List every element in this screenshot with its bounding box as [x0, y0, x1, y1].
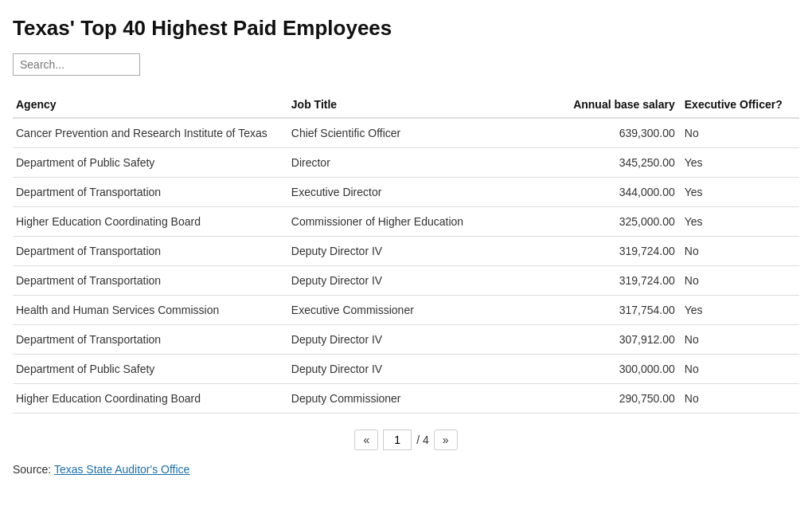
table-row: Department of Public SafetyDirector345,2…	[13, 148, 799, 178]
search-input[interactable]	[13, 53, 140, 76]
cell-job-title: Executive Director	[288, 178, 524, 207]
table-row: Cancer Prevention and Research Institute…	[13, 118, 799, 148]
cell-agency: Higher Education Coordinating Board	[13, 207, 288, 237]
cell-executive: No	[681, 237, 799, 266]
cell-job-title: Deputy Commissioner	[288, 384, 524, 414]
cell-salary: 319,724.00	[524, 237, 681, 266]
next-page-button[interactable]: »	[434, 430, 458, 450]
page-title: Texas' Top 40 Highest Paid Employees	[13, 16, 799, 41]
cell-job-title: Executive Commissioner	[288, 296, 524, 325]
cell-agency: Department of Transportation	[13, 178, 288, 207]
cell-executive: No	[681, 118, 799, 148]
data-table: Agency Job Title Annual base salary Exec…	[13, 92, 799, 414]
table-header: Agency Job Title Annual base salary Exec…	[13, 92, 799, 118]
table-row: Health and Human Services CommissionExec…	[13, 296, 799, 325]
table-row: Department of TransportationExecutive Di…	[13, 178, 799, 207]
cell-salary: 319,724.00	[524, 266, 681, 296]
cell-executive: No	[681, 355, 799, 384]
search-container	[13, 53, 799, 76]
table-row: Department of TransportationDeputy Direc…	[13, 237, 799, 266]
page-of-label: / 4	[416, 433, 429, 446]
table-row: Department of Public SafetyDeputy Direct…	[13, 355, 799, 384]
cell-executive: No	[681, 266, 799, 296]
cell-agency: Department of Public Safety	[13, 148, 288, 178]
table-row: Department of TransportationDeputy Direc…	[13, 325, 799, 355]
cell-job-title: Deputy Director IV	[288, 325, 524, 355]
table-row: Higher Education Coordinating BoardCommi…	[13, 207, 799, 237]
table-body: Cancer Prevention and Research Institute…	[13, 118, 799, 414]
cell-agency: Department of Transportation	[13, 237, 288, 266]
col-executive: Executive Officer?	[681, 92, 799, 118]
cell-job-title: Chief Scientific Officer	[288, 118, 524, 148]
col-agency: Agency	[13, 92, 288, 118]
source-info: Source: Texas State Auditor's Office	[13, 463, 799, 476]
cell-salary: 639,300.00	[524, 118, 681, 148]
cell-agency: Department of Public Safety	[13, 355, 288, 384]
cell-salary: 300,000.00	[524, 355, 681, 384]
cell-salary: 345,250.00	[524, 148, 681, 178]
page-number-input[interactable]	[383, 430, 412, 450]
cell-job-title: Deputy Director IV	[288, 237, 524, 266]
col-salary: Annual base salary	[524, 92, 681, 118]
pagination: « / 4 »	[13, 430, 799, 450]
source-link[interactable]: Texas State Auditor's Office	[54, 463, 190, 476]
cell-salary: 317,754.00	[524, 296, 681, 325]
cell-job-title: Commissioner of Higher Education	[288, 207, 524, 237]
cell-agency: Department of Transportation	[13, 325, 288, 355]
cell-agency: Cancer Prevention and Research Institute…	[13, 118, 288, 148]
cell-job-title: Deputy Director IV	[288, 266, 524, 296]
cell-salary: 325,000.00	[524, 207, 681, 237]
cell-job-title: Deputy Director IV	[288, 355, 524, 384]
table-row: Higher Education Coordinating BoardDeput…	[13, 384, 799, 414]
source-label: Source:	[13, 463, 51, 476]
cell-executive: No	[681, 384, 799, 414]
col-job-title: Job Title	[288, 92, 524, 118]
cell-agency: Department of Transportation	[13, 266, 288, 296]
cell-salary: 307,912.00	[524, 325, 681, 355]
cell-executive: Yes	[681, 178, 799, 207]
cell-executive: Yes	[681, 148, 799, 178]
cell-agency: Health and Human Services Commission	[13, 296, 288, 325]
cell-executive: No	[681, 325, 799, 355]
cell-job-title: Director	[288, 148, 524, 178]
cell-executive: Yes	[681, 207, 799, 237]
cell-salary: 290,750.00	[524, 384, 681, 414]
prev-page-button[interactable]: «	[354, 430, 378, 450]
cell-salary: 344,000.00	[524, 178, 681, 207]
cell-executive: Yes	[681, 296, 799, 325]
table-row: Department of TransportationDeputy Direc…	[13, 266, 799, 296]
cell-agency: Higher Education Coordinating Board	[13, 384, 288, 414]
